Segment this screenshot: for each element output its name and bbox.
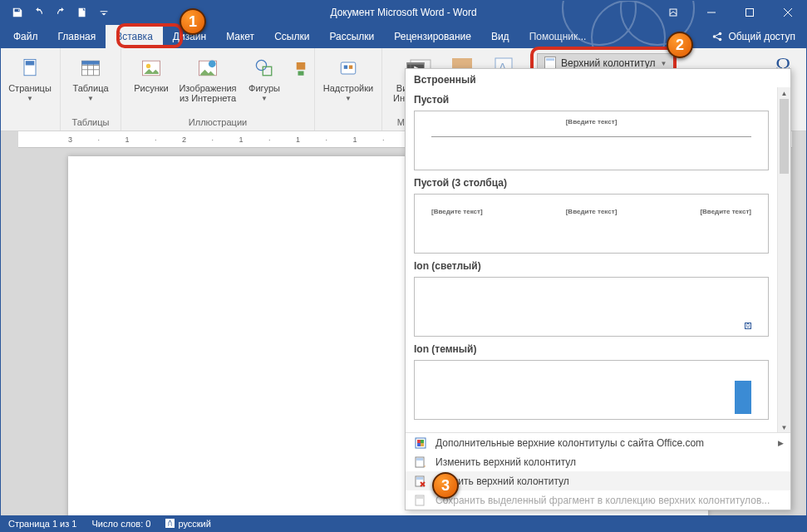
share-label: Общий доступ (728, 31, 795, 42)
online-pictures-button[interactable]: Изображения из Интернета (180, 52, 236, 106)
tab-file[interactable]: Файл (3, 25, 48, 48)
tab-design[interactable]: Дизайн (163, 25, 216, 48)
illustrations-more[interactable] (293, 52, 309, 106)
gallery-item-blank[interactable]: [Введите текст] (414, 111, 769, 170)
qat-more-icon[interactable] (93, 1, 115, 24)
header-dropdown-label: Верхний колонтитул (561, 57, 655, 69)
tab-mailings[interactable]: Рассылки (319, 25, 384, 48)
pictures-icon (138, 55, 165, 81)
svg-rect-24 (341, 62, 356, 74)
minimize-icon[interactable] (692, 0, 731, 25)
addins-icon (335, 55, 362, 81)
group-tables: Таблица▼ Таблицы (61, 48, 121, 131)
pages-button[interactable]: Страницы▼ (5, 52, 55, 106)
tab-references[interactable]: Ссылки (264, 25, 319, 48)
header-gallery: Встроенный Пустой [Введите текст] Пустой… (405, 68, 791, 510)
save-icon[interactable] (7, 1, 28, 24)
scroll-down-icon[interactable]: ▼ (778, 421, 790, 433)
gallery-scroll: Пустой [Введите текст] Пустой (3 столбца… (406, 87, 777, 433)
table-icon (77, 55, 104, 81)
gallery-scrollbar[interactable]: ▲ ▼ (777, 87, 790, 433)
svg-rect-34 (417, 440, 421, 443)
gallery-item-ion-dark[interactable] (414, 360, 769, 420)
status-lang[interactable]: 🅰русский (165, 519, 210, 529)
gallery-more-office[interactable]: Дополнительные верхние колонтитулы с сай… (406, 433, 790, 452)
gallery-edit-header[interactable]: Изменить верхний колонтитул (406, 452, 790, 471)
edit-header-icon (414, 456, 427, 469)
tab-tellme[interactable]: Помощник... (519, 25, 597, 48)
ribbon-tabs: Файл Главная Вставка Дизайн Макет Ссылки… (0, 25, 807, 48)
quick-access-toolbar (7, 1, 115, 24)
chevron-down-icon: ▼ (261, 96, 268, 103)
tab-home[interactable]: Главная (48, 25, 106, 48)
save-selection-icon (414, 494, 427, 507)
tab-insert[interactable]: Вставка (106, 25, 163, 48)
undo-icon[interactable] (28, 1, 50, 24)
gallery-section-ion-light: Ion (светлый) 0 (414, 260, 769, 337)
gallery-footer: Дополнительные верхние колонтитулы с сай… (406, 432, 790, 510)
svg-rect-26 (349, 66, 352, 69)
group-pages: Страницы▼ (0, 48, 61, 131)
group-illustrations: Рисунки Изображения из Интернета Фигуры▼… (121, 48, 315, 131)
shapes-icon (251, 55, 278, 81)
online-pictures-icon (194, 55, 221, 81)
ribbon-options-icon[interactable] (654, 0, 692, 25)
gallery-save-selection: Сохранить выделенный фрагмент в коллекци… (406, 490, 790, 510)
tab-review[interactable]: Рецензирование (384, 25, 481, 48)
svg-rect-22 (297, 62, 306, 70)
group-addins: Надстройки▼ (315, 48, 382, 131)
chevron-down-icon: ▼ (27, 96, 33, 103)
svg-point-19 (209, 60, 216, 67)
svg-point-11 (719, 38, 722, 42)
pictures-button[interactable]: Рисунки (126, 52, 176, 106)
svg-point-17 (146, 64, 150, 68)
svg-rect-43 (416, 496, 423, 499)
pages-icon (17, 55, 43, 81)
scrollbar-thumb[interactable] (780, 99, 789, 174)
gallery-heading: Встроенный (406, 69, 790, 89)
svg-rect-23 (298, 71, 304, 76)
close-icon[interactable] (769, 0, 807, 25)
tab-layout[interactable]: Макет (216, 25, 264, 48)
addins-button[interactable]: Надстройки▼ (320, 52, 376, 106)
gallery-section-ion-dark: Ion (темный) (414, 343, 769, 420)
chevron-down-icon: ▼ (87, 96, 94, 103)
status-words[interactable]: Число слов: 0 (91, 519, 150, 529)
share-icon (711, 31, 723, 42)
shapes-button[interactable]: Фигуры▼ (239, 52, 289, 106)
more-icon (294, 55, 308, 81)
gallery-section-blank: Пустой [Введите текст] (414, 94, 769, 170)
gallery-item-blank3[interactable]: [Введите текст] [Введите текст] [Введите… (414, 194, 769, 254)
svg-point-20 (256, 60, 266, 70)
share-button[interactable]: Общий доступ (700, 25, 807, 48)
svg-rect-37 (421, 443, 424, 446)
gallery-remove-header[interactable]: Удалить верхний колонтитул (406, 471, 790, 490)
window-title: Документ Microsoft Word - Word (330, 7, 476, 18)
redo-icon[interactable] (50, 1, 71, 24)
office-icon (414, 436, 427, 450)
chevron-down-icon: ▼ (660, 60, 667, 67)
svg-rect-13 (26, 61, 35, 65)
maximize-icon[interactable] (731, 0, 769, 25)
table-button[interactable]: Таблица▼ (66, 52, 116, 106)
remove-header-icon (414, 475, 427, 488)
svg-rect-21 (263, 66, 272, 76)
svg-rect-15 (82, 61, 100, 64)
statusbar: Страница 1 из 1 Число слов: 0 🅰русский (0, 515, 807, 532)
scroll-up-icon[interactable]: ▲ (778, 87, 790, 99)
tab-view[interactable]: Вид (481, 25, 519, 48)
svg-point-10 (719, 32, 722, 36)
svg-rect-36 (417, 443, 421, 446)
new-doc-icon[interactable] (71, 1, 93, 24)
gallery-section-blank3: Пустой (3 столбца) [Введите текст] [Введ… (414, 177, 769, 254)
chevron-down-icon: ▼ (345, 96, 352, 103)
svg-rect-41 (416, 477, 423, 480)
svg-rect-6 (746, 9, 754, 17)
status-page[interactable]: Страница 1 из 1 (8, 519, 76, 529)
spellcheck-icon: 🅰 (165, 519, 175, 529)
svg-rect-25 (344, 66, 347, 69)
window-controls (654, 0, 807, 25)
titlebar: Документ Microsoft Word - Word (0, 0, 807, 25)
svg-rect-4 (670, 9, 677, 16)
gallery-item-ion-light[interactable]: 0 (414, 277, 769, 337)
